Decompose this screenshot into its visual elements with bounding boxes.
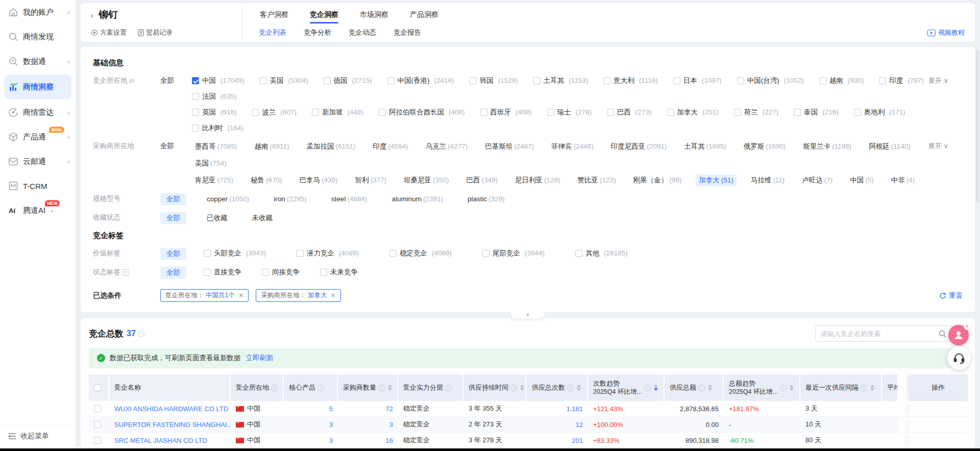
refresh-now-link[interactable]: 立即刷新 <box>246 353 274 363</box>
checkbox[interactable] <box>533 77 541 84</box>
all-option-chip[interactable]: 全部 <box>160 212 186 224</box>
tab-竞企洞察[interactable]: 竞企洞察 <box>309 7 339 22</box>
filter-option-新加坡[interactable]: 新加坡(448) <box>312 107 363 118</box>
sidebar-item-商情洞察[interactable]: 商情洞察 <box>4 75 71 99</box>
subtab-竞企报告[interactable]: 竞企报告 <box>394 28 421 37</box>
supply-times-cell[interactable]: 1,181 <box>527 401 588 416</box>
filter-option-墨西哥[interactable]: 墨西哥(7085) <box>192 140 240 153</box>
filter-option-斯里兰卡[interactable]: 斯里兰卡(1199) <box>800 140 854 153</box>
checkbox[interactable] <box>252 109 259 116</box>
checkbox[interactable] <box>667 109 674 116</box>
info-icon[interactable]: i <box>644 385 651 391</box>
supply-times-cell[interactable]: 12 <box>527 417 588 432</box>
checkbox[interactable] <box>854 109 861 116</box>
filter-option-加拿大[interactable]: 加拿大(51) <box>696 174 737 186</box>
checkbox[interactable] <box>204 269 211 276</box>
swap-icon[interactable]: ⇄ <box>130 75 135 86</box>
subtab-竞企列表[interactable]: 竞企列表 <box>259 28 286 37</box>
info-icon[interactable]: i <box>567 385 574 391</box>
collapse-menu-button[interactable]: 收起菜单 <box>0 425 76 447</box>
collapse-filter-tab[interactable]: ∨ <box>511 312 545 319</box>
filter-option-泰国[interactable]: 泰国(216) <box>794 107 839 118</box>
filter-option-未收藏[interactable]: 未收藏 <box>249 212 276 224</box>
filter-option-土耳其[interactable]: 土耳其(1895) <box>681 140 729 153</box>
filter-option-乌克兰[interactable]: 乌克兰(4277) <box>423 140 471 153</box>
checkbox[interactable] <box>603 77 610 84</box>
checkbox[interactable] <box>575 250 582 257</box>
checkbox[interactable] <box>470 77 477 84</box>
chip-remove-icon[interactable]: ✕ <box>238 292 243 299</box>
filter-option-印度[interactable]: 印度(797) <box>879 75 924 86</box>
filter-option-加拿大[interactable]: 加拿大(251) <box>667 107 719 118</box>
checkbox[interactable] <box>260 77 267 84</box>
actions-cell[interactable] <box>909 401 969 416</box>
checkbox[interactable] <box>192 77 199 84</box>
search-icon[interactable] <box>939 330 946 338</box>
filter-option-中国(香港)[interactable]: 中国(香港)(2416) <box>387 75 454 86</box>
status-tag-info-icon[interactable] <box>122 269 129 276</box>
page-scrollbar[interactable] <box>976 49 979 202</box>
filter-option-iron[interactable]: iron(2295) <box>271 193 310 205</box>
buyers-count-cell[interactable]: 72 <box>338 401 398 416</box>
filter-option-波兰[interactable]: 波兰(607) <box>252 107 297 118</box>
row-checkbox[interactable] <box>94 421 101 428</box>
filter-option-plastic[interactable]: plastic(329) <box>464 193 508 205</box>
chip-remove-icon[interactable]: ✕ <box>330 292 335 299</box>
checkbox[interactable] <box>879 77 886 84</box>
subtab-竞企动态[interactable]: 竞企动态 <box>349 28 376 37</box>
checkbox[interactable] <box>734 109 741 116</box>
sidebar-item-云邮通[interactable]: 云邮通∨ <box>0 149 76 174</box>
filter-option-aluminum[interactable]: aluminum(2391) <box>388 193 446 205</box>
sort-icon[interactable] <box>870 385 874 391</box>
info-icon[interactable]: i <box>378 385 385 391</box>
checkbox[interactable] <box>379 109 386 116</box>
checkbox[interactable] <box>389 250 397 257</box>
buyers-count-cell[interactable]: 3 <box>338 417 398 432</box>
sort-icon[interactable] <box>654 385 658 391</box>
checkbox[interactable] <box>794 109 801 116</box>
row-checkbox[interactable] <box>94 437 101 444</box>
filter-option-直接竞争[interactable]: 直接竞争 <box>204 267 241 278</box>
company-name-link[interactable]: SUPERTOR FASTENING SHANGHAI... <box>114 421 231 429</box>
filter-option-其他[interactable]: 其他(26185) <box>575 248 628 259</box>
tab-产品洞察[interactable]: 产品洞察 <box>409 7 439 22</box>
checkbox[interactable] <box>204 250 211 257</box>
filter-option-韩国[interactable]: 韩国(1529) <box>470 75 518 86</box>
filter-option-智利[interactable]: 智利(377) <box>352 174 390 186</box>
all-option-chip[interactable]: 全部 <box>160 267 186 279</box>
buyers-count-cell[interactable]: 16 <box>338 433 398 448</box>
company-name-link[interactable]: WUXI ANSHIDA HARDWARE CO LTD <box>114 405 228 413</box>
video-tutorial-link[interactable]: 视频教程 <box>927 28 965 37</box>
row-checkbox[interactable] <box>94 405 101 412</box>
filter-option-意大利[interactable]: 意大利(1116) <box>603 75 658 86</box>
actions-cell[interactable] <box>909 417 969 432</box>
filter-option-德国[interactable]: 德国(2715) <box>324 75 372 86</box>
filter-option-日本[interactable]: 日本(1097) <box>673 75 722 86</box>
tool-贸易记录[interactable]: 贸易记录 <box>138 28 173 37</box>
filter-option-菲律宾[interactable]: 菲律宾(2446) <box>548 140 597 153</box>
info-icon[interactable]: i <box>510 385 517 391</box>
sort-icon[interactable] <box>790 385 794 391</box>
filter-option-印度[interactable]: 印度(4594) <box>370 140 411 153</box>
checkbox[interactable] <box>192 93 199 100</box>
filter-option-已收藏[interactable]: 已收藏 <box>204 212 231 224</box>
filter-option-阿拉伯联合酋长国[interactable]: 阿拉伯联合酋长国(408) <box>379 107 465 118</box>
all-option-chip[interactable]: 全部 <box>160 193 186 205</box>
filter-option-卢旺达[interactable]: 卢旺达(7) <box>799 174 836 186</box>
checkbox[interactable] <box>547 109 554 116</box>
checkbox[interactable] <box>297 250 304 257</box>
checkbox[interactable] <box>819 77 826 84</box>
filter-option-尾部竞企[interactable]: 尾部竞企(3944) <box>482 248 545 259</box>
filter-option-潜力竞企[interactable]: 潜力竞企(4089) <box>297 248 359 259</box>
tool-方案设置[interactable]: 方案设置 <box>91 28 127 37</box>
sidebar-item-T-CRM[interactable]: T-CRM <box>0 174 76 198</box>
filter-option-奥地利[interactable]: 奥地利(171) <box>854 107 905 118</box>
all-option[interactable]: 全部 <box>160 140 192 152</box>
filter-option-steel[interactable]: steel(4684) <box>328 193 371 205</box>
back-icon[interactable]: ‹ <box>91 11 93 19</box>
filter-option-俄罗斯[interactable]: 俄罗斯(1690) <box>741 140 789 153</box>
tab-市场洞察[interactable]: 市场洞察 <box>359 7 389 22</box>
sort-icon[interactable] <box>388 385 392 391</box>
filter-option-荷兰[interactable]: 荷兰(227) <box>734 107 779 118</box>
filter-option-西班牙[interactable]: 西班牙(408) <box>480 107 532 118</box>
